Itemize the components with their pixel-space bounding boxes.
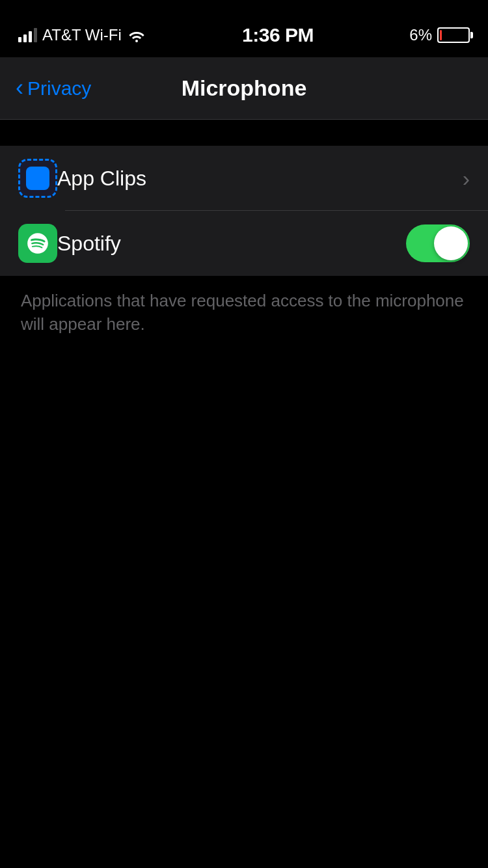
spotify-icon [18, 224, 57, 263]
list-section: App Clips › Spotify [0, 146, 488, 276]
status-left: AT&T Wi-Fi [18, 26, 146, 44]
status-time: 1:36 PM [242, 24, 314, 46]
back-button[interactable]: ‹ Privacy [16, 77, 91, 100]
chevron-right-icon: › [463, 166, 470, 191]
status-bar: AT&T Wi-Fi 1:36 PM 6% [0, 0, 488, 57]
carrier-label: AT&T Wi-Fi [42, 26, 122, 44]
nav-bar: ‹ Privacy Microphone [0, 57, 488, 120]
spotify-toggle[interactable] [406, 224, 470, 262]
footer-text: Applications that have requested access … [0, 276, 488, 349]
spotify-logo-icon [25, 231, 50, 256]
app-clips-row[interactable]: App Clips › [0, 146, 488, 211]
app-clips-label: App Clips [57, 167, 463, 191]
app-clips-icon [18, 159, 57, 198]
chevron-left-icon: ‹ [16, 76, 23, 100]
battery-icon [437, 27, 470, 43]
top-spacer [0, 120, 488, 146]
signal-bars-icon [18, 28, 37, 42]
wifi-icon [127, 28, 146, 42]
battery-fill [440, 30, 442, 40]
status-right: 6% [409, 26, 470, 44]
back-label: Privacy [27, 77, 91, 100]
page-title: Microphone [182, 75, 307, 101]
spotify-label: Spotify [57, 232, 406, 256]
spotify-row: Spotify [0, 211, 488, 276]
battery-percent-label: 6% [409, 26, 432, 44]
toggle-knob [434, 226, 468, 260]
